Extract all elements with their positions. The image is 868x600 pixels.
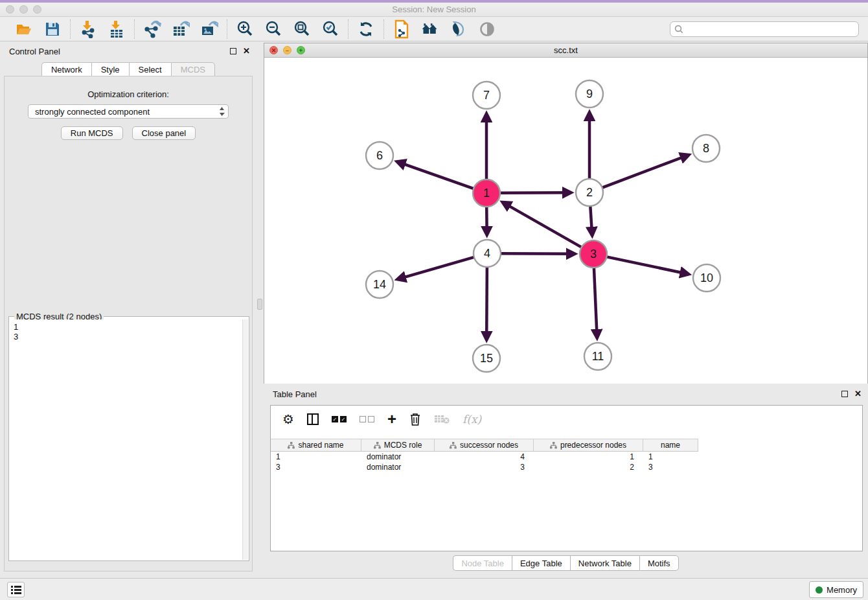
- tab-node-table[interactable]: Node Table: [453, 555, 512, 571]
- table-panel: Table Panel ✕ ⚙ ✓✓ + f(x): [264, 386, 868, 577]
- graph-edge-3-1[interactable]: [503, 202, 582, 247]
- memory-label: Memory: [827, 585, 857, 595]
- panel-divider-handle[interactable]: [257, 299, 262, 310]
- zoom-in-icon[interactable]: [236, 20, 254, 38]
- graph-edge-4-3[interactable]: [501, 253, 575, 254]
- export-network-icon[interactable]: [143, 20, 161, 38]
- column-header-successor-nodes[interactable]: successor nodes: [435, 439, 534, 451]
- float-table-panel-icon[interactable]: [841, 391, 848, 397]
- mcds-result-text[interactable]: 1 3: [10, 319, 242, 560]
- tab-network-table[interactable]: Network Table: [570, 555, 639, 571]
- import-table-icon[interactable]: [108, 20, 126, 38]
- table-cell[interactable]: 3: [643, 462, 698, 472]
- close-panel-button[interactable]: Close panel: [132, 126, 196, 140]
- network-window-titlebar[interactable]: ✕ – + scc.txt: [264, 43, 867, 58]
- network-graph: 7968124314101511: [264, 58, 867, 384]
- function-builder-icon[interactable]: f(x): [463, 411, 481, 428]
- close-panel-icon[interactable]: ✕: [243, 48, 250, 54]
- task-history-button[interactable]: [7, 582, 25, 597]
- graph-edge-2-8[interactable]: [602, 155, 689, 187]
- toggle-visibility-icon[interactable]: [478, 20, 496, 38]
- export-table-icon[interactable]: [172, 20, 190, 38]
- zoom-out-icon[interactable]: [264, 20, 282, 38]
- show-column-panel-icon[interactable]: [307, 411, 319, 428]
- column-header-name[interactable]: name: [643, 439, 698, 451]
- close-table-panel-icon[interactable]: ✕: [854, 391, 862, 397]
- network-canvas[interactable]: 7968124314101511: [264, 58, 867, 384]
- node-table: shared nameMCDS rolesuccessor nodesprede…: [271, 439, 862, 472]
- show-all-networks-icon[interactable]: [421, 20, 439, 38]
- tab-select[interactable]: Select: [129, 62, 171, 76]
- tab-network[interactable]: Network: [41, 62, 91, 76]
- control-panel-title: Control Panel: [9, 47, 60, 56]
- tab-edge-table[interactable]: Edge Table: [512, 555, 570, 571]
- graph-edge-1-6[interactable]: [397, 162, 474, 189]
- zoom-fit-icon[interactable]: [293, 20, 311, 38]
- table-row[interactable]: 3dominator323: [271, 462, 862, 472]
- panel-divider: [257, 43, 263, 577]
- refresh-icon[interactable]: [357, 20, 375, 38]
- graph-edge-1-2[interactable]: [500, 192, 571, 193]
- memory-button[interactable]: Memory: [809, 581, 863, 598]
- export-image-icon[interactable]: [200, 20, 218, 38]
- graph-node-label-4: 4: [484, 247, 490, 260]
- table-cell[interactable]: 1: [534, 452, 643, 462]
- table-cell[interactable]: dominator: [361, 462, 435, 472]
- tab-mcds[interactable]: MCDS: [171, 62, 215, 76]
- table-cell[interactable]: 3: [271, 462, 361, 472]
- table-cell[interactable]: 3: [435, 462, 534, 472]
- optimization-criterion-label: Optimization criterion:: [5, 89, 252, 99]
- graph-edge-3-10[interactable]: [607, 257, 689, 274]
- delete-table-icon[interactable]: [434, 411, 450, 428]
- column-type-icon: [550, 442, 557, 449]
- float-panel-icon[interactable]: [230, 48, 236, 54]
- column-header-predecessor-nodes[interactable]: predecessor nodes: [534, 439, 643, 451]
- import-network-icon[interactable]: [79, 20, 97, 38]
- graph-node-label-2: 2: [586, 186, 593, 199]
- search-field[interactable]: [670, 21, 859, 37]
- add-column-icon[interactable]: +: [387, 411, 396, 428]
- close-network-icon[interactable]: ✕: [269, 46, 278, 54]
- column-header-MCDS-role[interactable]: MCDS role: [361, 439, 435, 451]
- graph-node-label-15: 15: [480, 352, 493, 365]
- graph-edge-2-3[interactable]: [590, 206, 592, 235]
- network-view-window: ✕ – + scc.txt 7968124314101511: [264, 43, 868, 384]
- maximize-network-icon[interactable]: +: [297, 46, 305, 54]
- graph-edge-3-11[interactable]: [594, 268, 597, 338]
- application-window: Session: New Session: [0, 0, 868, 600]
- graph-edge-4-14[interactable]: [398, 257, 474, 279]
- select-all-rows-icon[interactable]: ✓✓: [332, 411, 347, 428]
- minimize-network-icon[interactable]: –: [283, 46, 291, 54]
- node-table-container: ⚙ ✓✓ + f(x) shared nameMCDS rolesuccesso…: [270, 405, 863, 551]
- criterion-select[interactable]: strongly connected component: [28, 104, 229, 119]
- column-header-shared-name[interactable]: shared name: [271, 439, 361, 451]
- open-file-icon[interactable]: [15, 20, 33, 38]
- table-cell[interactable]: 2: [534, 462, 643, 472]
- apply-style-icon[interactable]: [450, 20, 468, 38]
- tab-style[interactable]: Style: [91, 62, 129, 76]
- column-type-icon: [288, 442, 295, 449]
- search-input[interactable]: [683, 25, 854, 34]
- graph-node-label-10: 10: [700, 271, 713, 284]
- table-cell[interactable]: 1: [643, 452, 698, 462]
- save-session-icon[interactable]: [43, 20, 62, 38]
- delete-column-icon[interactable]: [409, 411, 421, 428]
- zoom-selected-icon[interactable]: [321, 20, 339, 38]
- table-cell[interactable]: dominator: [361, 452, 435, 462]
- table-cell[interactable]: 4: [435, 452, 534, 462]
- search-icon: [674, 25, 683, 34]
- table-tabs: Node TableEdge TableNetwork TableMotifs: [264, 555, 868, 571]
- graph-node-label-11: 11: [592, 350, 604, 363]
- table-row[interactable]: 1dominator411: [271, 452, 862, 462]
- table-cell[interactable]: 1: [271, 452, 361, 462]
- result-scrollbar[interactable]: [242, 319, 248, 560]
- clone-network-icon[interactable]: [393, 20, 411, 38]
- graph-node-label-7: 7: [483, 89, 490, 102]
- graph-node-label-6: 6: [376, 149, 383, 162]
- run-mcds-button[interactable]: Run MCDS: [61, 126, 123, 140]
- graph-edge-4-15[interactable]: [486, 267, 487, 340]
- tab-motifs[interactable]: Motifs: [639, 555, 679, 571]
- table-options-gear-icon[interactable]: ⚙: [282, 411, 294, 428]
- main-toolbar: [0, 17, 868, 41]
- deselect-all-rows-icon[interactable]: [360, 411, 374, 428]
